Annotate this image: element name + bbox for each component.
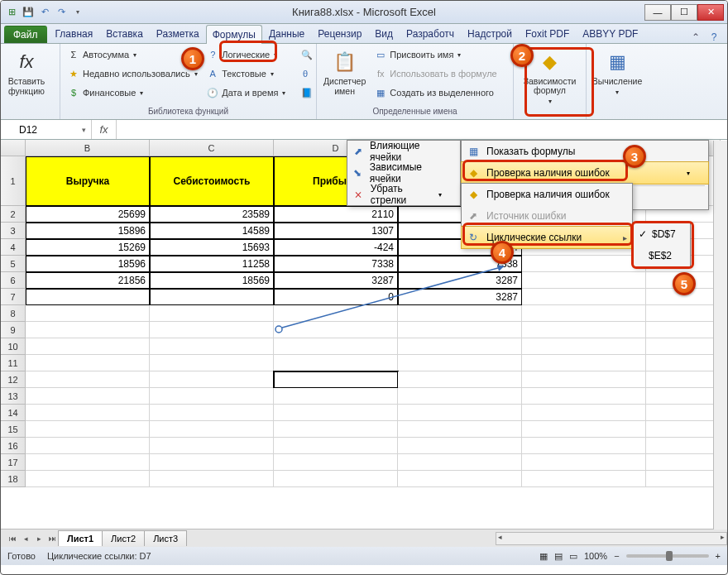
text-button[interactable]: AТекстовые▾	[203, 65, 296, 83]
cell-r9c4[interactable]	[522, 322, 646, 338]
row-header-4[interactable]: 4	[1, 239, 26, 256]
cell-r17c0[interactable]	[26, 454, 150, 471]
cell-r11c5[interactable]	[646, 355, 721, 371]
cell-r8c1[interactable]	[150, 305, 274, 322]
cell-r8c3[interactable]	[398, 305, 522, 322]
row-header-15[interactable]: 15	[1, 421, 26, 438]
cell-B7[interactable]	[26, 289, 150, 305]
name-box[interactable]: D12	[1, 120, 92, 139]
cell-r11c2[interactable]	[274, 355, 398, 371]
tab-data[interactable]: Данные	[262, 24, 311, 43]
cell-r16c1[interactable]	[150, 438, 274, 454]
cell-r11c0[interactable]	[26, 355, 150, 371]
tab-foxit[interactable]: Foxit PDF	[519, 24, 576, 43]
row-header-10[interactable]: 10	[1, 338, 26, 355]
tab-addins[interactable]: Надстрой	[461, 24, 519, 43]
cell-F6[interactable]	[522, 272, 646, 289]
cell-r9c2[interactable]	[274, 322, 398, 338]
row-header-12[interactable]: 12	[1, 371, 26, 388]
zoom-out-button[interactable]: −	[614, 551, 619, 561]
cell-F7[interactable]	[522, 289, 646, 305]
row-header-16[interactable]: 16	[1, 438, 26, 454]
cell-C2[interactable]: 23589	[150, 206, 274, 223]
cell-r14c2[interactable]	[274, 405, 398, 421]
cell-r8c4[interactable]	[522, 305, 646, 322]
remove-arrows-item[interactable]: ⨯Убрать стрелки▾	[347, 184, 460, 205]
cell-r8c0[interactable]	[26, 305, 150, 322]
cell-D2[interactable]: 2110	[274, 206, 398, 223]
view-layout-icon[interactable]: ▤	[554, 551, 563, 562]
cell-r14c4[interactable]	[522, 405, 646, 421]
cell-r10c3[interactable]	[398, 338, 522, 355]
cell-r16c5[interactable]	[646, 438, 721, 454]
circular-ref-2[interactable]: $E$2	[634, 245, 690, 266]
cell-B5[interactable]: 18596	[26, 256, 150, 272]
close-button[interactable]: ✕	[697, 4, 724, 21]
cell-r18c4[interactable]	[522, 471, 646, 487]
cell-r18c0[interactable]	[26, 471, 150, 487]
row-header-1[interactable]: 1	[1, 156, 26, 206]
cell-C6[interactable]: 18569	[150, 272, 274, 289]
sheet-tab-3[interactable]: Лист3	[144, 530, 187, 546]
help-icon[interactable]: ?	[707, 31, 721, 43]
logical-button[interactable]: ?Логические▾	[203, 46, 296, 64]
error-checking-item[interactable]: ◆Проверка наличия ошибок▾	[462, 162, 708, 184]
tab-file[interactable]: Файл	[4, 26, 47, 43]
cell-r15c3[interactable]	[398, 421, 522, 438]
insert-function-button[interactable]: fx Вставить функцию	[4, 46, 49, 105]
cell-r10c4[interactable]	[522, 338, 646, 355]
error-check-sub-item[interactable]: ◆Проверка наличия ошибок	[462, 184, 632, 205]
cell-B3[interactable]: 15896	[26, 223, 150, 239]
cell-r11c1[interactable]	[150, 355, 274, 371]
row-header-11[interactable]: 11	[1, 355, 26, 371]
create-from-selection-button[interactable]: ▦Создать из выделенного	[371, 84, 510, 102]
cell-r11c4[interactable]	[522, 355, 646, 371]
ribbon-minimize-icon[interactable]: ⌃	[689, 31, 702, 43]
tab-insert[interactable]: Вставка	[99, 24, 150, 43]
cell-D6[interactable]: 3287	[274, 272, 398, 289]
cell-r10c5[interactable]	[646, 338, 721, 355]
cell-r16c0[interactable]	[26, 438, 150, 454]
cell-C5[interactable]: 11258	[150, 256, 274, 272]
recent-button[interactable]: ★Недавно использовались▾	[64, 65, 201, 83]
cell-r8c2[interactable]	[274, 305, 398, 322]
row-header-13[interactable]: 13	[1, 388, 26, 405]
cell-r18c5[interactable]	[646, 471, 721, 487]
trace-precedents-item[interactable]: ⬈Влияющие ячейки	[347, 141, 460, 162]
cell-D4[interactable]: -424	[274, 239, 398, 256]
zoom-level[interactable]: 100%	[584, 551, 607, 561]
cell-r13c0[interactable]	[26, 388, 150, 405]
tab-nav-next[interactable]: ▸	[32, 532, 46, 545]
cell-r12c4[interactable]	[522, 371, 646, 388]
cell-r14c1[interactable]	[150, 405, 274, 421]
cell-r9c5[interactable]	[646, 322, 721, 338]
row-header-6[interactable]: 6	[1, 272, 26, 289]
circular-ref-1[interactable]: ✓$D$7	[634, 223, 690, 245]
calculation-button[interactable]: ▦ Вычисление ▾	[590, 46, 644, 105]
redo-icon[interactable]: ↷	[54, 5, 69, 20]
tab-abbyy[interactable]: ABBYY PDF	[576, 24, 644, 43]
math-button[interactable]: θ	[298, 65, 313, 83]
tab-view[interactable]: Вид	[368, 24, 400, 43]
cell-C3[interactable]: 14589	[150, 223, 274, 239]
cell-r12c1[interactable]	[150, 371, 274, 388]
show-formulas-item[interactable]: ▦Показать формулы	[462, 141, 708, 162]
cell-B2[interactable]: 25699	[26, 206, 150, 223]
cell-r16c3[interactable]	[398, 438, 522, 454]
row-header-5[interactable]: 5	[1, 256, 26, 272]
row-header-14[interactable]: 14	[1, 405, 26, 421]
zoom-slider[interactable]	[626, 554, 709, 558]
cell-r9c0[interactable]	[26, 322, 150, 338]
cell-r16c4[interactable]	[522, 438, 646, 454]
row-header-8[interactable]: 8	[1, 305, 26, 322]
cell-E6[interactable]: 3287	[398, 272, 522, 289]
view-normal-icon[interactable]: ▦	[539, 551, 548, 562]
cell-D5[interactable]: 7338	[274, 256, 398, 272]
cell-r15c0[interactable]	[26, 421, 150, 438]
cell-r15c5[interactable]	[646, 421, 721, 438]
financial-button[interactable]: $Финансовые▾	[64, 84, 201, 102]
cell-D3[interactable]: 1307	[274, 223, 398, 239]
cell-r10c0[interactable]	[26, 338, 150, 355]
col-header-B[interactable]: B	[26, 140, 150, 156]
row-header-2[interactable]: 2	[1, 206, 26, 223]
